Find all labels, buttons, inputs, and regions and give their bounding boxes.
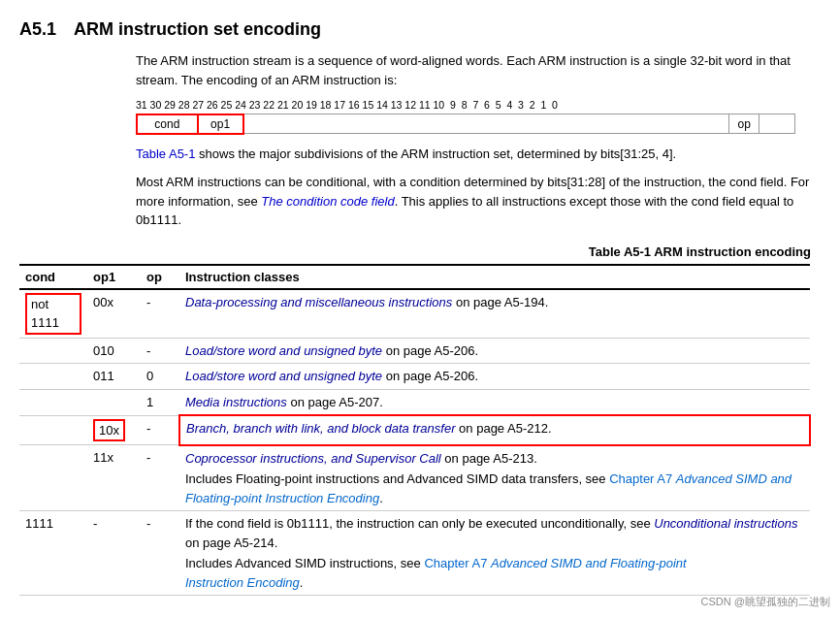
instruction-link[interactable]: Data-processing and miscellaneous instru… bbox=[185, 295, 452, 309]
field-op1: op1 bbox=[198, 114, 243, 134]
cell-cond bbox=[19, 364, 87, 390]
section-header: A5.1 ARM instruction set encoding bbox=[19, 19, 811, 40]
cell-instruction: Media instructions on page A5-207. bbox=[179, 389, 810, 415]
cell-cond: not 1111 bbox=[19, 289, 87, 339]
cell-op1: 00x bbox=[87, 289, 141, 339]
link-suffix: on page A5-206. bbox=[386, 343, 478, 358]
encoding-link[interactable]: Instruction Encoding bbox=[185, 575, 300, 590]
instruction-encoding-table: cond op1 op Instruction classes not 1111… bbox=[19, 264, 811, 597]
cell-op: 1 bbox=[141, 389, 179, 415]
cell-cond bbox=[19, 445, 87, 511]
cell-op: - bbox=[141, 445, 179, 511]
intro-paragraph: The ARM instruction stream is a sequence… bbox=[136, 51, 811, 89]
cell-cond bbox=[19, 415, 87, 445]
col-instruction-classes: Instruction classes bbox=[179, 265, 810, 289]
link-suffix: on page A5-212. bbox=[459, 421, 551, 436]
cell-op: - bbox=[141, 338, 179, 364]
cell-op: - bbox=[141, 415, 179, 445]
encoding-fields-table: cond op1 op bbox=[136, 114, 795, 135]
watermark: CSDN @眺望孤独的二进制 bbox=[701, 595, 830, 609]
instruction-link[interactable]: Load/store word and unsigned byte bbox=[185, 343, 382, 358]
cell-op1: - bbox=[87, 511, 141, 596]
cell-instruction: Load/store word and unsigned byte on pag… bbox=[179, 338, 810, 364]
cell-op1: 010 bbox=[87, 338, 141, 364]
col-cond: cond bbox=[19, 265, 87, 289]
cell-cond: 1111 bbox=[19, 511, 87, 596]
col-op: op bbox=[141, 265, 179, 289]
bit-numbers-row: 31 30 29 28 27 26 25 24 23 22 21 20 19 1… bbox=[136, 99, 811, 113]
instruction-line1: Coprocessor instructions, and Supervisor… bbox=[185, 449, 804, 469]
table-row: 10x - Branch, branch with link, and bloc… bbox=[19, 415, 810, 445]
field-last bbox=[759, 114, 795, 134]
field-cond: cond bbox=[137, 114, 198, 134]
table-ref-paragraph: Table A5-1 shows the major subdivisions … bbox=[136, 145, 811, 164]
field-middle bbox=[243, 114, 729, 134]
link-suffix: on page A5-214. bbox=[185, 536, 277, 550]
page-container: A5.1 ARM instruction set encoding The AR… bbox=[19, 19, 811, 596]
table-ref-link[interactable]: Table A5-1 bbox=[136, 146, 195, 161]
conditional-paragraph: Most ARM instructions can be conditional… bbox=[136, 173, 811, 230]
cell-instruction: Load/store word and unsigned byte on pag… bbox=[179, 364, 810, 390]
encoding-diagram: 31 30 29 28 27 26 25 24 23 22 21 20 19 1… bbox=[136, 99, 811, 135]
instruction-link[interactable]: Media instructions bbox=[185, 395, 287, 409]
intro-text: The ARM instruction stream is a sequence… bbox=[136, 53, 791, 87]
cell-instruction: Coprocessor instructions, and Supervisor… bbox=[179, 445, 810, 511]
cell-cond bbox=[19, 338, 87, 364]
table-row: 011 0 Load/store word and unsigned byte … bbox=[19, 364, 810, 390]
table-row: 11x - Coprocessor instructions, and Supe… bbox=[19, 445, 810, 511]
link-suffix: on page A5-206. bbox=[386, 369, 478, 383]
instruction-link[interactable]: Load/store word and unsigned byte bbox=[185, 369, 382, 383]
table-row: not 1111 00x - Data-processing and misce… bbox=[19, 289, 810, 339]
link-suffix: on page A5-213. bbox=[444, 451, 536, 466]
chapter-link[interactable]: Chapter A7 Advanced SIMD and Floating-po… bbox=[185, 471, 792, 505]
link-suffix: on page A5-207. bbox=[290, 395, 382, 409]
section-title: ARM instruction set encoding bbox=[74, 19, 321, 40]
cell-instruction: Branch, branch with link, and block data… bbox=[179, 415, 810, 445]
instruction-link[interactable]: Branch, branch with link, and block data… bbox=[186, 421, 455, 436]
table-row: 1111 - - If the cond field is 0b1111, th… bbox=[19, 511, 810, 596]
instruction-extra3: Instruction Encoding. bbox=[185, 573, 804, 593]
section-number: A5.1 bbox=[19, 19, 56, 40]
instruction-extra2: Includes Advanced SIMD instructions, see… bbox=[185, 554, 804, 573]
table-row: 010 - Load/store word and unsigned byte … bbox=[19, 338, 810, 364]
condition-code-link[interactable]: The condition code field bbox=[261, 194, 394, 209]
cell-op1 bbox=[87, 389, 141, 415]
field-op: op bbox=[729, 114, 759, 134]
table-caption: Table A5-1 ARM instruction encoding bbox=[19, 244, 811, 259]
table-header-row: cond op1 op Instruction classes bbox=[19, 265, 810, 289]
link-suffix: on page A5-194. bbox=[456, 295, 548, 309]
cell-op: 0 bbox=[141, 364, 179, 390]
cond-value-red: not 1111 bbox=[25, 293, 81, 335]
instruction-link[interactable]: Coprocessor instructions, and Supervisor… bbox=[185, 451, 441, 466]
op1-value-red: 10x bbox=[93, 419, 125, 442]
chapter-link2[interactable]: Chapter A7 Advanced SIMD and Floating-po… bbox=[424, 556, 686, 570]
col-op1: op1 bbox=[87, 265, 141, 289]
cell-op: - bbox=[141, 511, 179, 596]
cell-instruction: Data-processing and miscellaneous instru… bbox=[179, 289, 810, 339]
cell-op1: 011 bbox=[87, 364, 141, 390]
cell-op1: 10x bbox=[87, 415, 141, 445]
cell-op1: 11x bbox=[87, 445, 141, 511]
instruction-line1: If the cond field is 0b1111, the instruc… bbox=[185, 514, 804, 552]
unconditional-link[interactable]: Unconditional instructions bbox=[654, 516, 797, 531]
table-ref-text: shows the major subdivisions of the ARM … bbox=[199, 146, 676, 161]
cell-op: - bbox=[141, 289, 179, 339]
cell-instruction: If the cond field is 0b1111, the instruc… bbox=[179, 511, 810, 596]
cell-cond bbox=[19, 389, 87, 415]
instruction-extra: Includes Floating-point instructions and… bbox=[185, 470, 804, 507]
table-row: 1 Media instructions on page A5-207. bbox=[19, 389, 810, 415]
